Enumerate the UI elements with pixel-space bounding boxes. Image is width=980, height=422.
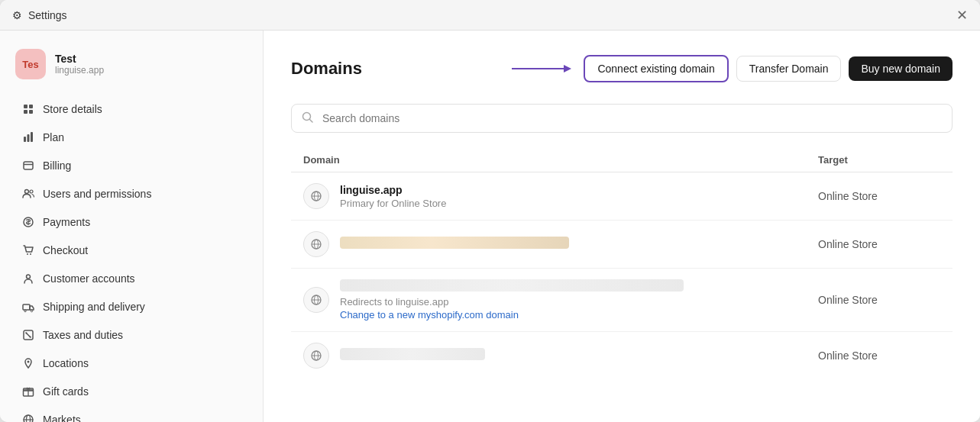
domain-info: Redirects to linguise.app Change to a ne…: [340, 279, 818, 321]
domain-globe-icon: [303, 287, 329, 313]
domain-target: Online Store: [818, 190, 940, 202]
sidebar-item-users-permissions[interactable]: Users and permissions: [6, 180, 257, 208]
svg-point-26: [24, 415, 33, 422]
sidebar-item-label: Checkout: [43, 244, 88, 256]
sidebar-header: Tes Test linguise.app: [0, 43, 263, 95]
sidebar-item-gift-cards[interactable]: Gift cards: [6, 378, 257, 405]
col-domain-header: Domain: [303, 154, 818, 166]
sidebar-item-label: Billing: [43, 159, 71, 172]
store-name: Test: [55, 53, 104, 65]
title-bar-title: ⚙ Settings: [12, 9, 67, 21]
svg-marker-30: [564, 65, 571, 72]
sidebar-item-payments[interactable]: Payments: [6, 208, 257, 236]
sidebar-nav: Store details Plan Billing: [0, 95, 263, 422]
window-title: Settings: [28, 9, 67, 21]
svg-point-14: [27, 275, 31, 279]
domain-info: [340, 237, 818, 252]
sidebar-item-label: Plan: [43, 131, 64, 143]
settings-window: ⚙ Settings ✕ Tes Test linguise.app Store…: [0, 0, 980, 422]
transfer-domain-button[interactable]: Transfer Domain: [736, 56, 842, 82]
arrow-indicator: [510, 60, 571, 78]
sidebar-item-label: Payments: [43, 216, 90, 228]
main-content: Domains Connect existing domain Transfer…: [264, 31, 980, 422]
store-url: linguise.app: [55, 65, 104, 76]
domain-globe-icon: [303, 183, 329, 209]
svg-point-16: [24, 310, 26, 311]
sidebar-item-checkout[interactable]: Checkout: [6, 237, 257, 264]
domain-globe-icon: [303, 231, 329, 257]
domain-target: Online Store: [818, 350, 940, 362]
domain-target: Online Store: [818, 294, 940, 306]
domain-info: [340, 348, 818, 363]
checkout-icon: [21, 243, 35, 257]
search-icon: [302, 111, 313, 125]
sidebar-item-taxes-duties[interactable]: Taxes and duties: [6, 321, 257, 349]
sidebar-item-label: Gift cards: [43, 385, 89, 398]
gear-icon: ⚙: [12, 9, 22, 21]
svg-rect-15: [23, 304, 30, 310]
sidebar-item-label: Markets: [43, 414, 81, 422]
sidebar: Tes Test linguise.app Store details: [0, 31, 264, 422]
svg-rect-5: [27, 134, 30, 142]
taxes-icon: [21, 328, 35, 342]
sidebar-item-locations[interactable]: Locations: [6, 350, 257, 377]
svg-point-17: [31, 310, 32, 311]
blurred-domain-name: [340, 279, 818, 295]
buy-new-domain-button[interactable]: Buy new domain: [849, 56, 953, 81]
domain-name: linguise.app: [340, 184, 818, 196]
users-icon: [21, 187, 35, 201]
sidebar-item-label: Taxes and duties: [43, 329, 123, 341]
title-bar: ⚙ Settings ✕: [0, 0, 980, 31]
sidebar-item-store-details[interactable]: Store details: [6, 95, 257, 123]
content-area: Tes Test linguise.app Store details: [0, 31, 980, 422]
table-row[interactable]: Online Store: [291, 332, 953, 379]
store-details-icon: [21, 102, 35, 116]
svg-point-13: [30, 253, 31, 255]
markets-icon: [21, 413, 35, 422]
domain-target: Online Store: [818, 238, 940, 250]
avatar: Tes: [15, 49, 46, 79]
svg-point-21: [30, 337, 31, 338]
sidebar-item-plan[interactable]: Plan: [6, 124, 257, 151]
svg-rect-6: [31, 132, 33, 142]
sidebar-item-label: Locations: [43, 357, 89, 369]
locations-icon: [21, 356, 35, 370]
domain-sub: Primary for Online Store: [340, 198, 818, 209]
store-info: Test linguise.app: [55, 53, 104, 76]
close-button[interactable]: ✕: [956, 8, 968, 22]
sidebar-item-billing[interactable]: Billing: [6, 152, 257, 179]
billing-icon: [21, 159, 35, 172]
table-row[interactable]: Redirects to linguise.app Change to a ne…: [291, 269, 953, 332]
sidebar-item-label: Customer accounts: [43, 272, 135, 285]
svg-point-9: [25, 190, 29, 194]
sidebar-item-customer-accounts[interactable]: Customer accounts: [6, 265, 257, 292]
svg-point-22: [27, 361, 30, 363]
sidebar-item-markets[interactable]: Markets: [6, 406, 257, 422]
svg-rect-3: [29, 110, 33, 114]
blurred-domain-name: [340, 237, 818, 252]
svg-line-32: [310, 120, 313, 123]
svg-point-12: [27, 253, 28, 255]
blurred-domain-name: [340, 348, 818, 363]
sidebar-item-shipping-delivery[interactable]: Shipping and delivery: [6, 293, 257, 321]
plan-icon: [21, 130, 35, 144]
search-input[interactable]: [291, 104, 953, 133]
domain-globe-icon: [303, 343, 329, 369]
svg-point-20: [26, 333, 27, 334]
svg-point-27: [27, 415, 31, 422]
page-title: Domains: [291, 59, 510, 79]
change-myshopify-link[interactable]: Change to a new myshopify.com domain: [340, 309, 818, 321]
domain-info: linguise.app Primary for Online Store: [340, 184, 818, 209]
table-row[interactable]: Online Store: [291, 221, 953, 269]
svg-rect-1: [29, 105, 33, 108]
domain-table: Domain Target linguise.app Primary for O…: [291, 148, 953, 379]
col-target-header: Target: [818, 154, 940, 166]
customer-icon: [21, 272, 35, 285]
main-header: Domains Connect existing domain Transfer…: [291, 55, 953, 82]
search-container: [291, 104, 953, 133]
svg-rect-0: [24, 105, 27, 108]
connect-existing-domain-button[interactable]: Connect existing domain: [584, 55, 728, 82]
domain-sub: Redirects to linguise.app: [340, 296, 818, 308]
svg-rect-2: [24, 110, 27, 114]
table-row[interactable]: linguise.app Primary for Online Store On…: [291, 172, 953, 221]
